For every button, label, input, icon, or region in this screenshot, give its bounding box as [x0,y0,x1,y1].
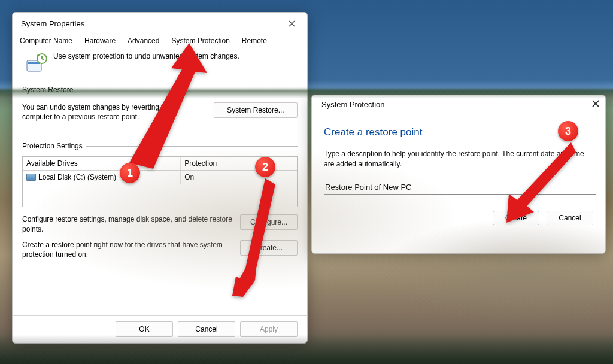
svg-line-6 [593,101,599,107]
dialog-close-button[interactable] [592,100,599,109]
configure-button[interactable]: Configure... [240,214,298,230]
ok-button[interactable]: OK [116,321,173,337]
drives-header-protection: Protection [181,157,297,170]
restore-point-name-input[interactable] [324,180,596,195]
tab-remote[interactable]: Remote [239,35,269,46]
annotation-arrow-3 [505,142,577,228]
dialog-title: System Protection [321,100,385,109]
annotation-arrow-2 [232,178,280,300]
system-restore-legend: System Restore [22,86,77,94]
svg-line-7 [593,101,599,107]
system-restore-button[interactable]: System Restore... [214,102,298,118]
tab-hardware[interactable]: Hardware [82,35,118,46]
configure-description: Configure restore settings, manage disk … [22,214,233,233]
apply-button: Apply [240,321,298,337]
svg-marker-10 [232,277,254,296]
close-button[interactable] [282,16,301,31]
drives-header-name: Available Drives [23,157,181,170]
close-icon [592,100,599,107]
dialog-description: Type a description to help you identify … [324,149,593,169]
svg-marker-11 [506,142,576,223]
close-icon [289,20,295,27]
svg-point-4 [37,54,47,63]
drive-name: Local Disk (C:) (System) [38,173,116,181]
restore-shield-icon [26,52,47,74]
drive-protection: On [181,171,297,184]
svg-marker-5 [37,54,39,57]
system-properties-window: System Properties Computer Name Hardware… [12,12,308,344]
dialog-create-button[interactable]: Create [493,211,539,225]
dialog-heading: Create a restore point [324,126,593,138]
create-description: Create a restore point right now for the… [22,240,233,259]
tab-strip: Computer Name Hardware Advanced System P… [13,32,307,46]
dialog-button-row: OK Cancel Apply [13,315,307,343]
svg-marker-9 [232,178,275,297]
create-restore-point-dialog: System Protection Create a restore point… [311,95,606,254]
protection-settings-legend: Protection Settings [22,142,86,150]
system-restore-group: System Restore You can undo system chang… [22,86,298,128]
desktop-background: System Properties Computer Name Hardware… [0,0,613,364]
annotation-badge-2: 2 [255,157,275,177]
tab-system-protection[interactable]: System Protection [169,35,232,46]
create-point-button[interactable]: Create... [240,240,298,256]
restore-description: You can undo system changes by reverting… [22,102,207,122]
dialog-cancel-button[interactable]: Cancel [547,211,593,225]
window-title: System Properties [21,19,84,28]
tab-advanced[interactable]: Advanced [125,35,162,46]
svg-rect-3 [28,62,40,64]
tab-computer-name[interactable]: Computer Name [17,35,75,46]
annotation-badge-3: 3 [558,121,578,141]
svg-line-1 [289,20,294,26]
svg-marker-8 [129,43,207,169]
svg-line-0 [289,20,294,26]
svg-rect-2 [27,60,41,71]
drive-icon [26,174,36,181]
annotation-badge-1: 1 [120,163,140,183]
drive-row[interactable]: Local Disk (C:) (System) On [23,171,297,184]
protection-settings-group: Protection Settings Available Drives Pro… [22,142,298,265]
cancel-button[interactable]: Cancel [178,321,235,337]
intro-text: Use system protection to undo unwanted s… [53,52,239,60]
annotation-arrow-1 [129,43,201,177]
